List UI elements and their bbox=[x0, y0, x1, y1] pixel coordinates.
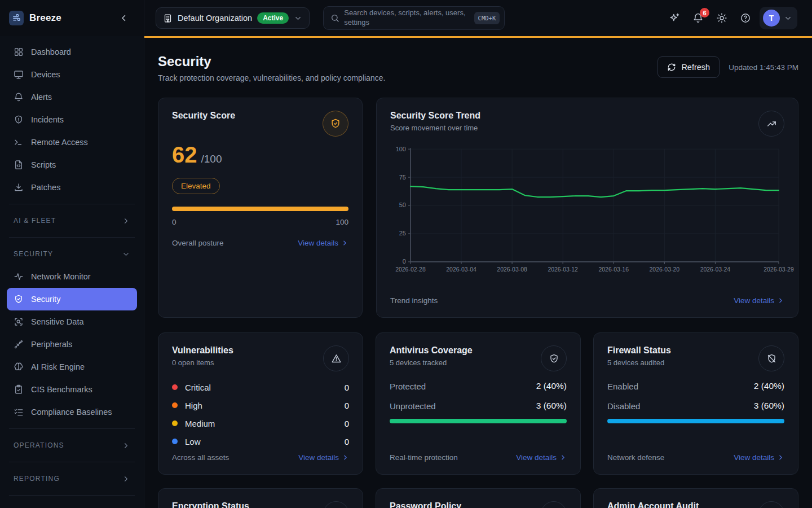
svg-text:2026-03-08: 2026-03-08 bbox=[497, 266, 527, 273]
card-title: Security Score Trend bbox=[390, 111, 480, 121]
refresh-icon bbox=[667, 63, 676, 72]
sidebar-item-devices[interactable]: Devices bbox=[7, 63, 137, 86]
sidebar: Dashboard Devices Alerts Incidents Remot… bbox=[0, 36, 144, 508]
svg-text:2026-03-29: 2026-03-29 bbox=[764, 266, 794, 273]
scale-min: 0 bbox=[172, 218, 176, 226]
sidebar-item-alerts[interactable]: Alerts bbox=[7, 86, 137, 108]
monitor-icon bbox=[14, 69, 24, 80]
sidebar-item-patches[interactable]: Patches bbox=[7, 176, 137, 199]
sidebar-item-network-monitor[interactable]: Network Monitor bbox=[7, 265, 137, 288]
organization-selector[interactable]: Default Organization Active bbox=[156, 7, 310, 29]
card-subtitle: 5 devices tracked bbox=[390, 358, 473, 367]
card-subtitle: 0 open items bbox=[172, 358, 233, 367]
svg-text:25: 25 bbox=[399, 230, 406, 237]
sidebar-item-incidents[interactable]: Incidents bbox=[7, 108, 137, 131]
sidebar-item-label: Alerts bbox=[31, 93, 52, 102]
view-details-link[interactable]: View details bbox=[298, 239, 348, 247]
sidebar-item-scripts[interactable]: Scripts bbox=[7, 154, 137, 176]
sidebar-item-label: Compliance Baselines bbox=[31, 408, 112, 417]
view-details-link[interactable]: View details bbox=[298, 453, 349, 462]
severity-dot bbox=[172, 402, 178, 408]
stat-label: Enabled bbox=[607, 382, 638, 391]
chevron-right-icon bbox=[122, 441, 130, 450]
security-score-value: 62 bbox=[172, 142, 197, 168]
trending-up-icon bbox=[758, 111, 784, 137]
sidebar-item-sensitive-data[interactable]: Sensitive Data bbox=[7, 310, 137, 333]
user-menu[interactable]: T bbox=[760, 7, 797, 29]
divider bbox=[9, 495, 135, 496]
severity-dot bbox=[172, 384, 178, 390]
chevron-down-icon bbox=[294, 14, 302, 23]
chevron-left-icon bbox=[119, 13, 129, 23]
topbar-actions: 6 T bbox=[665, 7, 812, 29]
password-policy-card: Password Policy bbox=[376, 488, 581, 508]
sidebar-item-label: Dashboard bbox=[31, 47, 71, 56]
severity-label: Critical bbox=[185, 383, 211, 392]
bell-icon bbox=[14, 92, 24, 102]
stat-label: Unprotected bbox=[390, 401, 436, 411]
sidebar-item-compliance-baselines[interactable]: Compliance Baselines bbox=[7, 401, 137, 423]
lock-icon bbox=[323, 501, 349, 508]
card-title: Admin Account Audit bbox=[607, 501, 699, 508]
search-placeholder: Search devices, scripts, alerts, users, … bbox=[344, 8, 469, 28]
svg-text:2026-03-12: 2026-03-12 bbox=[548, 266, 578, 273]
severity-dot bbox=[172, 421, 178, 426]
sidebar-item-cis-benchmarks[interactable]: CIS Benchmarks bbox=[7, 378, 137, 401]
link-label: View details bbox=[298, 239, 338, 247]
divider bbox=[9, 462, 135, 462]
page-title: Security bbox=[158, 54, 385, 69]
sidebar-item-security[interactable]: Security bbox=[7, 288, 137, 310]
sidebar-section-reporting[interactable]: REPORTING bbox=[7, 467, 137, 490]
security-score-card: Security Score 62 /100 Elevated 0 100 Ov… bbox=[158, 98, 363, 318]
view-details-link[interactable]: View details bbox=[734, 296, 784, 305]
link-label: View details bbox=[734, 453, 774, 462]
svg-text:50: 50 bbox=[399, 202, 406, 209]
sidebar-collapse-button[interactable] bbox=[114, 8, 134, 28]
security-score-trend-card: Security Score Trend Score movement over… bbox=[376, 98, 798, 318]
topbar: Breeze Default Organization Active Searc… bbox=[0, 0, 812, 36]
card-footer-label: Across all assets bbox=[172, 453, 229, 462]
card-footer-label: Overall posture bbox=[172, 239, 224, 247]
divider bbox=[9, 237, 135, 238]
sidebar-item-dashboard[interactable]: Dashboard bbox=[7, 41, 137, 63]
help-circle-icon bbox=[740, 12, 751, 24]
sidebar-item-label: Network Monitor bbox=[31, 272, 91, 281]
sidebar-item-peripherals[interactable]: Peripherals bbox=[7, 333, 137, 356]
view-details-link[interactable]: View details bbox=[734, 453, 784, 462]
sidebar-item-label: Patches bbox=[31, 183, 60, 192]
sidebar-section-settings[interactable]: SETTINGS bbox=[7, 501, 137, 508]
key-icon bbox=[541, 501, 567, 508]
card-subtitle: Score movement over time bbox=[390, 124, 480, 132]
score-progress-bar bbox=[172, 207, 348, 211]
view-details-link[interactable]: View details bbox=[516, 453, 567, 462]
ai-assistant-button[interactable] bbox=[665, 8, 684, 28]
brand-name: Breeze bbox=[29, 12, 61, 24]
page-subtitle: Track protection coverage, vulnerabiliti… bbox=[158, 73, 385, 82]
refresh-button[interactable]: Refresh bbox=[657, 56, 720, 78]
list-checks-icon bbox=[14, 407, 24, 417]
alert-triangle-icon bbox=[323, 345, 349, 371]
coverage-bar bbox=[390, 419, 567, 423]
shield-check-icon bbox=[323, 111, 348, 137]
link-label: View details bbox=[298, 453, 339, 462]
svg-text:100: 100 bbox=[396, 146, 406, 152]
card-title: Vulnerabilities bbox=[172, 345, 233, 356]
severity-count: 0 bbox=[345, 401, 349, 410]
theme-toggle-button[interactable] bbox=[712, 8, 731, 28]
chevron-down-icon bbox=[784, 14, 792, 23]
sidebar-item-label: CIS Benchmarks bbox=[31, 385, 92, 394]
sidebar-item-remote-access[interactable]: Remote Access bbox=[7, 131, 137, 154]
severity-row: Medium 0 bbox=[172, 414, 349, 432]
sidebar-section-operations[interactable]: OPERATIONS bbox=[7, 434, 137, 457]
sidebar-section-ai-fleet[interactable]: AI & FLEET bbox=[7, 209, 137, 232]
card-title: Password Policy bbox=[390, 501, 461, 508]
search-input[interactable]: Search devices, scripts, alerts, users, … bbox=[323, 6, 505, 30]
sidebar-item-label: Security bbox=[31, 295, 60, 304]
sidebar-section-security[interactable]: SECURITY bbox=[7, 243, 137, 265]
link-label: View details bbox=[734, 296, 774, 305]
sparkles-icon bbox=[669, 12, 681, 24]
encryption-status-card: Encryption Status bbox=[158, 488, 363, 508]
help-button[interactable] bbox=[736, 8, 755, 28]
chevron-right-icon bbox=[777, 297, 784, 304]
sidebar-item-ai-risk-engine[interactable]: AI Risk Engine bbox=[7, 356, 137, 378]
